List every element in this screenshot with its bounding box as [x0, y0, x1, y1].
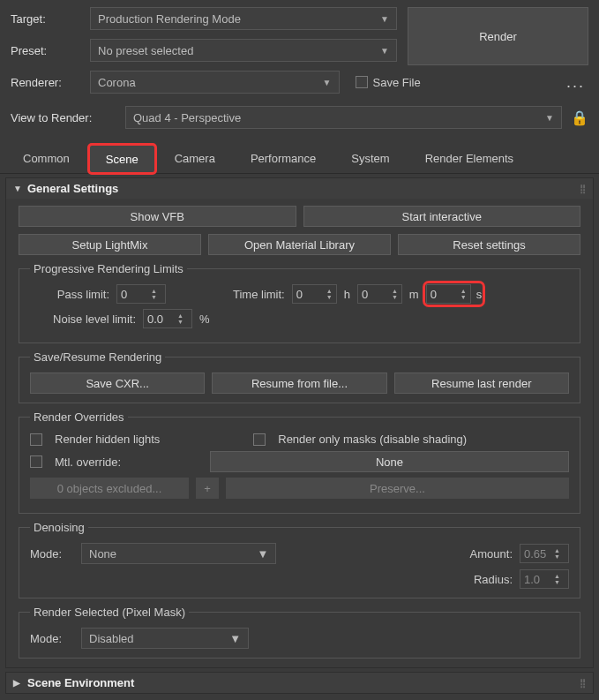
view-to-render-value: Quad 4 - Perspective — [133, 111, 241, 124]
grip-icon: ⣿ — [580, 678, 586, 688]
time-limit-m-input[interactable] — [362, 288, 388, 301]
spinner-arrows-icon[interactable]: ▲▼ — [151, 288, 157, 300]
chevron-down-icon: ▼ — [545, 113, 554, 123]
denoise-amount-input[interactable] — [524, 547, 550, 561]
spinner-arrows-icon[interactable]: ▲▼ — [392, 288, 398, 300]
save-file-browse-button[interactable]: ... — [563, 73, 588, 92]
general-settings-title: General Settings — [27, 182, 118, 195]
scene-environment-title: Scene Environment — [27, 676, 134, 689]
general-settings-header[interactable]: ▼ General Settings ⣿ — [6, 178, 593, 199]
pass-limit-spinner[interactable]: ▲▼ — [116, 284, 166, 304]
reset-settings-button[interactable]: Reset settings — [398, 234, 580, 255]
spinner-arrows-icon[interactable]: ▲▼ — [326, 288, 333, 300]
minutes-label: m — [409, 288, 419, 301]
preset-label: Preset: — [11, 44, 81, 57]
spinner-arrows-icon[interactable]: ▲▼ — [460, 288, 467, 300]
render-hidden-lights-checkbox[interactable] — [30, 433, 42, 446]
save-resume-legend: Save/Resume Rendering — [30, 350, 165, 364]
chevron-down-icon: ▼ — [229, 632, 241, 645]
hours-label: h — [344, 288, 350, 301]
noise-limit-input[interactable] — [147, 312, 174, 326]
resume-from-file-button[interactable]: Resume from file... — [212, 373, 386, 394]
open-material-library-button[interactable]: Open Material Library — [208, 234, 391, 255]
lock-icon[interactable]: 🔒 — [571, 109, 588, 126]
save-file-checkbox[interactable] — [356, 76, 368, 88]
tab-render-elements[interactable]: Render Elements — [409, 145, 529, 173]
pass-limit-input[interactable] — [121, 288, 147, 301]
add-exclusion-button[interactable]: + — [196, 478, 219, 499]
preserve-button[interactable]: Preserve... — [226, 478, 569, 499]
target-value: Production Rendering Mode — [98, 12, 241, 26]
start-interactive-button[interactable]: Start interactive — [303, 206, 581, 227]
preset-select[interactable]: No preset selected ▼ — [90, 39, 397, 62]
render-only-masks-label: Render only masks (disable shading) — [278, 433, 467, 446]
preset-value: No preset selected — [98, 44, 193, 57]
tab-performance[interactable]: Performance — [235, 145, 332, 173]
noise-limit-label: Noise level limit: — [30, 312, 136, 326]
denoise-radius-label: Radius: — [474, 573, 513, 586]
render-selected-mode-value: Disabled — [89, 632, 134, 645]
denoising-legend: Denoising — [30, 521, 88, 534]
grip-icon: ⣿ — [580, 184, 586, 193]
chevron-down-icon: ▼ — [257, 547, 268, 561]
percent-label: % — [199, 312, 210, 326]
view-to-render-select[interactable]: Quad 4 - Perspective ▼ — [125, 106, 562, 129]
mtl-override-slot-button[interactable]: None — [210, 451, 569, 472]
denoise-mode-select[interactable]: None ▼ — [81, 543, 276, 564]
render-overrides-legend: Render Overrides — [30, 410, 128, 424]
resume-last-render-button[interactable]: Resume last render — [394, 373, 569, 394]
setup-lightmix-button[interactable]: Setup LightMix — [19, 234, 201, 255]
renderer-select[interactable]: Corona ▼ — [90, 71, 340, 94]
render-button[interactable]: Render — [408, 7, 588, 65]
mtl-override-checkbox[interactable] — [30, 455, 42, 468]
renderer-value: Corona — [98, 76, 136, 89]
denoise-mode-label: Mode: — [30, 547, 74, 561]
tab-system[interactable]: System — [335, 145, 405, 173]
collapse-triangle-icon: ▼ — [13, 184, 22, 193]
pass-limit-label: Pass limit: — [30, 288, 109, 301]
render-only-masks-checkbox[interactable] — [253, 433, 266, 446]
show-vfb-button[interactable]: Show VFB — [19, 206, 296, 227]
denoise-radius-input[interactable] — [524, 573, 550, 586]
target-select[interactable]: Production Rendering Mode ▼ — [90, 7, 397, 30]
denoise-radius-spinner[interactable]: ▲▼ — [520, 569, 569, 589]
chevron-down-icon: ▼ — [380, 46, 389, 56]
objects-excluded-button[interactable]: 0 objects excluded... — [30, 478, 189, 499]
spinner-arrows-icon[interactable]: ▲▼ — [177, 312, 183, 325]
time-limit-h-spinner[interactable]: ▲▼ — [292, 284, 337, 304]
expand-triangle-icon: ▶ — [13, 678, 22, 688]
spinner-arrows-icon[interactable]: ▲▼ — [554, 573, 560, 585]
render-hidden-lights-label: Render hidden lights — [55, 433, 160, 446]
view-to-render-label: View to Render: — [11, 111, 116, 124]
target-label: Target: — [11, 12, 81, 26]
tab-camera[interactable]: Camera — [159, 145, 231, 173]
time-limit-label: Time limit: — [233, 288, 285, 301]
chevron-down-icon: ▼ — [380, 14, 389, 24]
time-limit-h-input[interactable] — [296, 288, 323, 301]
save-cxr-button[interactable]: Save CXR... — [30, 373, 205, 394]
mtl-override-label: Mtl. override: — [55, 455, 134, 469]
render-selected-mode-select[interactable]: Disabled ▼ — [81, 628, 249, 649]
scene-environment-header[interactable]: ▶ Scene Environment ⣿ — [6, 673, 593, 693]
noise-limit-spinner[interactable]: ▲▼ — [143, 309, 192, 328]
render-selected-mode-label: Mode: — [30, 632, 74, 645]
denoise-amount-label: Amount: — [470, 547, 513, 561]
time-limit-m-spinner[interactable]: ▲▼ — [357, 284, 402, 304]
tab-scene[interactable]: Scene — [89, 145, 155, 173]
save-file-label: Save File — [373, 76, 421, 89]
time-limit-s-input[interactable] — [431, 288, 457, 301]
renderer-label: Renderer: — [11, 76, 81, 89]
seconds-label: s — [476, 288, 483, 301]
tab-common[interactable]: Common — [7, 145, 86, 173]
render-selected-legend: Render Selected (Pixel Mask) — [30, 606, 189, 619]
time-limit-s-spinner[interactable]: ▲▼ — [426, 284, 471, 304]
chevron-down-icon: ▼ — [323, 78, 332, 87]
spinner-arrows-icon[interactable]: ▲▼ — [554, 547, 560, 560]
progressive-limits-legend: Progressive Rendering Limits — [30, 262, 187, 275]
denoise-mode-value: None — [89, 547, 116, 561]
denoise-amount-spinner[interactable]: ▲▼ — [520, 544, 569, 563]
